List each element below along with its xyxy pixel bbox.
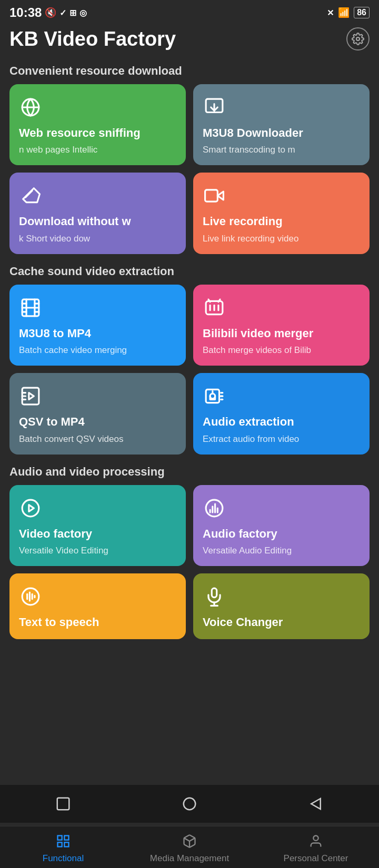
- card-bilibili-merger[interactable]: Bilibili video merger Batch merge videos…: [193, 285, 370, 366]
- svg-point-48: [313, 836, 318, 841]
- battery-level: 86: [354, 7, 370, 18]
- section-1-grid: Web resource sniffing n web pages Intell…: [0, 84, 379, 259]
- nav-media-management-label: Media Management: [150, 853, 229, 864]
- box-icon: [180, 832, 199, 851]
- download-status-icon: ✓: [59, 8, 66, 18]
- camera-icon: [203, 184, 226, 207]
- svg-rect-45: [58, 842, 62, 846]
- card-audio-factory-subtitle: Versatile Audio Editing: [203, 545, 360, 557]
- card-live-recording-subtitle: Live link recording video: [203, 233, 360, 245]
- sys-circle-button[interactable]: [178, 792, 201, 815]
- card-m3u8-to-mp4-title: M3U8 to MP4: [19, 327, 176, 340]
- section-3-grid: Video factory Versatile Video Editing Au…: [0, 485, 379, 644]
- svg-point-0: [356, 37, 360, 41]
- card-bilibili-merger-title: Bilibili video merger: [203, 327, 360, 340]
- gallery-status-icon: ⊞: [69, 8, 76, 18]
- audio-extract-icon: [203, 385, 226, 408]
- mute-icon: 🔇: [45, 7, 56, 18]
- card-m3u8-to-mp4-subtitle: Batch cache video merging: [19, 345, 176, 356]
- nav-personal-center-label: Personal Center: [284, 853, 348, 864]
- sys-home-button[interactable]: [52, 792, 75, 815]
- card-web-resource-sniffing[interactable]: Web resource sniffing n web pages Intell…: [9, 84, 186, 165]
- eraser-icon: [19, 184, 42, 207]
- svg-marker-51: [311, 799, 321, 809]
- nav-media-management[interactable]: Media Management: [126, 832, 253, 864]
- svg-rect-49: [57, 798, 69, 810]
- card-live-recording[interactable]: Live recording Live link recording video: [193, 173, 370, 254]
- card-video-factory-title: Video factory: [19, 527, 176, 541]
- globe-icon: [19, 96, 42, 119]
- audio-bars-icon: [203, 497, 226, 520]
- wifi-icon: 📶: [338, 7, 350, 18]
- film-icon: [19, 296, 42, 319]
- grid-icon: [54, 832, 73, 851]
- download-video-icon: [203, 96, 226, 119]
- card-m3u8-to-mp4[interactable]: M3U8 to MP4 Batch cache video merging: [9, 285, 186, 366]
- sys-back-button[interactable]: [304, 792, 327, 815]
- system-nav-bar: [0, 785, 379, 823]
- card-download-no-watermark-subtitle: k Short video dow: [19, 233, 176, 245]
- svg-point-50: [184, 798, 196, 810]
- card-audio-factory-title: Audio factory: [203, 527, 360, 541]
- speech-icon: [19, 585, 42, 608]
- svg-rect-6: [205, 190, 218, 201]
- card-web-resource-sniffing-subtitle: n web pages Intellic: [19, 144, 176, 156]
- card-video-factory-subtitle: Versatile Video Editing: [19, 545, 176, 557]
- svg-rect-44: [64, 836, 68, 840]
- section-1-label: Convenient resource download: [0, 59, 379, 84]
- card-qsv-to-mp4-title: QSV to MP4: [19, 415, 176, 429]
- app-header: KB Video Factory: [0, 23, 379, 59]
- svg-marker-20: [29, 393, 34, 400]
- card-voice-changer[interactable]: Voice Changer: [193, 573, 370, 639]
- card-audio-extraction-title: Audio extraction: [203, 415, 360, 429]
- card-audio-factory[interactable]: Audio factory Versatile Audio Editing: [193, 485, 370, 566]
- bilibili-icon: [203, 296, 226, 319]
- status-bar: 10:38 🔇 ✓ ⊞ ◎ ✕ 📶 86: [0, 0, 379, 23]
- bottom-nav: Functional Media Management Personal Cen…: [0, 826, 379, 868]
- card-text-to-speech-title: Text to speech: [19, 615, 176, 629]
- card-text-to-speech[interactable]: Text to speech: [9, 573, 186, 639]
- svg-rect-46: [64, 842, 68, 846]
- card-qsv-to-mp4[interactable]: QSV to MP4 Batch convert QSV videos: [9, 373, 186, 454]
- section-3-label: Audio and video processing: [0, 460, 379, 485]
- card-download-no-watermark-title: Download without w: [19, 215, 176, 228]
- status-right: ✕ 📶 86: [327, 7, 370, 18]
- svg-rect-40: [212, 589, 217, 598]
- card-bilibili-merger-subtitle: Batch merge videos of Bilib: [203, 345, 360, 356]
- status-time: 10:38: [9, 5, 42, 20]
- mic-icon: [203, 585, 226, 608]
- svg-rect-43: [58, 836, 62, 840]
- settings-button[interactable]: [346, 27, 370, 51]
- circle-status-icon: ◎: [79, 8, 87, 18]
- nav-personal-center[interactable]: Personal Center: [253, 832, 379, 864]
- card-qsv-to-mp4-subtitle: Batch convert QSV videos: [19, 433, 176, 445]
- svg-marker-29: [29, 505, 34, 512]
- svg-point-28: [22, 500, 39, 517]
- nav-functional[interactable]: Functional: [0, 832, 126, 864]
- card-audio-extraction-subtitle: Extract audio from video: [203, 433, 360, 445]
- card-web-resource-sniffing-title: Web resource sniffing: [19, 126, 176, 140]
- person-icon: [306, 832, 325, 851]
- card-video-factory[interactable]: Video factory Versatile Video Editing: [9, 485, 186, 566]
- battery-x-icon: ✕: [327, 8, 334, 18]
- section-2-grid: M3U8 to MP4 Batch cache video merging Bi…: [0, 285, 379, 460]
- card-live-recording-title: Live recording: [203, 215, 360, 228]
- app-title: KB Video Factory: [9, 28, 176, 51]
- card-audio-extraction[interactable]: Audio extraction Extract audio from vide…: [193, 373, 370, 454]
- play-circle-icon: [19, 497, 42, 520]
- nav-functional-label: Functional: [43, 853, 84, 864]
- card-m3u8-downloader-subtitle: Smart transcoding to m: [203, 144, 360, 156]
- card-m3u8-downloader-title: M3U8 Downloader: [203, 126, 360, 140]
- svg-line-5: [26, 191, 33, 198]
- video-convert-icon: [19, 385, 42, 408]
- section-2-label: Cache sound video extraction: [0, 259, 379, 285]
- card-download-no-watermark[interactable]: Download without w k Short video dow: [9, 173, 186, 254]
- card-voice-changer-title: Voice Changer: [203, 615, 360, 629]
- status-left: 10:38 🔇 ✓ ⊞ ◎: [9, 5, 87, 20]
- card-m3u8-downloader[interactable]: M3U8 Downloader Smart transcoding to m: [193, 84, 370, 165]
